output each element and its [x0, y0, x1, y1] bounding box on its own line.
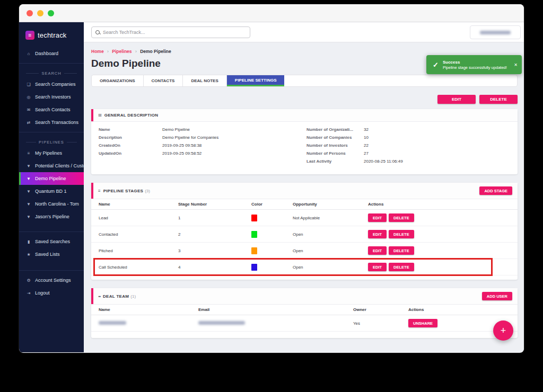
delete-stage-button[interactable]: DELETE	[389, 230, 414, 238]
breadcrumb-pipelines[interactable]: Pipelines	[112, 49, 132, 54]
stage-count: (3)	[145, 189, 150, 193]
sidebar-item-search-contacts[interactable]: ✉ Search Contacts	[19, 103, 84, 116]
target-icon: ◎	[25, 95, 32, 100]
minimize-window-button[interactable]	[37, 10, 43, 16]
tab-pipeline-settings[interactable]: PIPELINE SETTINGS	[227, 75, 285, 86]
close-window-button[interactable]	[27, 10, 33, 16]
column-header: Opportunity	[293, 202, 368, 207]
sidebar-item-label: Account Settings	[35, 278, 71, 283]
search-input[interactable]: Search TechTrack...	[91, 26, 250, 38]
color-swatch	[251, 264, 257, 271]
add-user-button[interactable]: ADD USER	[482, 292, 512, 300]
add-fab-button[interactable]: +	[493, 320, 513, 341]
field-label: Number of Companies	[306, 135, 364, 140]
sidebar-item-dashboard[interactable]: ⌂ Dashboard	[19, 47, 84, 60]
column-header: Color	[251, 202, 293, 207]
sidebar-section-search: SEARCH	[19, 71, 84, 76]
logo-text: techtrack	[38, 31, 67, 39]
edit-pipeline-button[interactable]: EDIT	[437, 95, 476, 104]
app-window: ≡ techtrack ⌂ Dashboard SEARCH ❏ Search …	[19, 4, 524, 353]
tab-deal-notes[interactable]: DEAL NOTES	[183, 75, 226, 86]
sidebar-item-search-companies[interactable]: ❏ Search Companies	[19, 78, 84, 91]
user-name-redacted	[480, 31, 511, 34]
user-menu-button[interactable]	[470, 25, 521, 39]
team-count: (1)	[130, 294, 136, 299]
edit-stage-button[interactable]: EDIT	[368, 263, 387, 271]
delete-pipeline-button[interactable]: DELETE	[479, 95, 518, 104]
close-icon[interactable]: ✕	[510, 63, 522, 67]
edit-stage-button[interactable]: EDIT	[368, 230, 387, 238]
top-search-bar: Search TechTrack...	[84, 22, 524, 42]
sidebar-item-logout[interactable]: ⇥ Logout	[19, 287, 84, 299]
add-stage-button[interactable]: ADD STAGE	[479, 186, 512, 195]
column-header: Stage Number	[178, 202, 251, 207]
sidebar-item-demo-pipeline[interactable]: ▼ Demo Pipeline	[19, 172, 84, 185]
gear-icon: ⚙	[25, 278, 32, 283]
tab-organizations[interactable]: ORGANIZATIONS	[92, 75, 144, 86]
sidebar-item-search-transactions[interactable]: ⇄ Search Transactions	[19, 116, 84, 129]
member-email-redacted	[198, 321, 245, 325]
column-header: Email	[198, 307, 353, 312]
delete-stage-button[interactable]: DELETE	[389, 213, 414, 222]
sidebar-item-label: Demo Pipeline	[35, 176, 66, 181]
sidebar-item-jasons-pipeline[interactable]: ▼ Jason's Pipeline	[19, 210, 84, 223]
bookmark-icon: ▮	[25, 239, 32, 244]
breadcrumb-separator: ›	[135, 49, 137, 54]
color-swatch	[251, 215, 257, 221]
deal-team-card: ●● DEAL TEAM (1) ADD USER Name Email Own…	[91, 288, 518, 338]
tab-contacts[interactable]: CONTACTS	[144, 75, 183, 86]
field-label: Last Activity	[306, 159, 364, 164]
sidebar-item-label: Saved Lists	[35, 252, 60, 257]
list-icon: ≡	[25, 151, 32, 156]
column-header: Name	[99, 202, 178, 207]
field-value: 10	[364, 135, 369, 140]
card-title: DEAL TEAM	[103, 294, 129, 299]
sidebar-item-my-pipelines[interactable]: ≡ My Pipelines	[19, 147, 84, 159]
team-icon: ●●	[98, 295, 100, 298]
list-icon: ≡	[98, 189, 101, 193]
delete-stage-button[interactable]: DELETE	[389, 246, 414, 255]
sidebar-item-account-settings[interactable]: ⚙ Account Settings	[19, 274, 84, 287]
field-label: CreatedOn	[99, 143, 162, 148]
zoom-window-button[interactable]	[48, 10, 54, 16]
sidebar-item-search-investors[interactable]: ◎ Search Investors	[19, 91, 84, 103]
edit-stage-button[interactable]: EDIT	[368, 213, 387, 222]
pipeline-stages-card: ≡ PIPELINE STAGES (3) ADD STAGE Name Sta…	[91, 183, 518, 280]
sidebar: ≡ techtrack ⌂ Dashboard SEARCH ❏ Search …	[19, 22, 84, 352]
member-owner: Yes	[353, 321, 408, 326]
table-row-contacted: Contacted 2 Open EDIT DELETE	[91, 226, 518, 243]
breadcrumb: Home › Pipelines › Demo Pipeline	[91, 49, 518, 54]
delete-stage-button[interactable]: DELETE	[389, 263, 414, 271]
star-icon: ★	[25, 252, 32, 257]
sidebar-item-label: Search Companies	[35, 82, 76, 87]
breadcrumb-current: Demo Pipeline	[140, 49, 171, 54]
field-label: Number of Persons	[306, 151, 364, 156]
funnel-icon: ▼	[25, 189, 32, 194]
column-header: Actions	[368, 202, 510, 207]
stage-number: 2	[178, 232, 251, 237]
stage-name: Lead	[99, 216, 178, 220]
sidebar-item-saved-lists[interactable]: ★ Saved Lists	[19, 248, 84, 261]
funnel-icon: ▼	[25, 164, 32, 168]
edit-stage-button[interactable]: EDIT	[368, 246, 387, 255]
window-titlebar	[19, 4, 524, 22]
sidebar-item-label: Saved Searches	[35, 239, 70, 244]
funnel-icon: ▼	[25, 215, 32, 219]
sidebar-item-label: Potential Clients / Custo ...	[35, 163, 84, 168]
breadcrumb-home[interactable]: Home	[91, 49, 104, 54]
field-value: 2019-09-25 09:58:38	[162, 143, 202, 148]
sidebar-item-potential-clients[interactable]: ▼ Potential Clients / Custo ...	[19, 159, 84, 172]
app-logo[interactable]: ≡ techtrack	[19, 22, 84, 47]
member-name-redacted	[99, 321, 126, 325]
sidebar-item-label: Search Investors	[35, 94, 71, 100]
color-swatch	[251, 231, 257, 238]
logout-icon: ⇥	[25, 291, 32, 296]
stage-number: 4	[178, 265, 251, 270]
sidebar-item-saved-searches[interactable]: ▮ Saved Searches	[19, 235, 84, 248]
check-icon: ✓	[426, 61, 443, 69]
stage-opportunity: Open	[293, 248, 368, 253]
unshare-button[interactable]: UNSHARE	[408, 319, 437, 327]
sidebar-item-quantum-bd-1[interactable]: ▼ Quantum BD 1	[19, 185, 84, 198]
sidebar-item-north-carolina-tom[interactable]: ▼ North Carolina - Tom	[19, 198, 84, 210]
bookmark-icon: ❏	[25, 82, 32, 87]
